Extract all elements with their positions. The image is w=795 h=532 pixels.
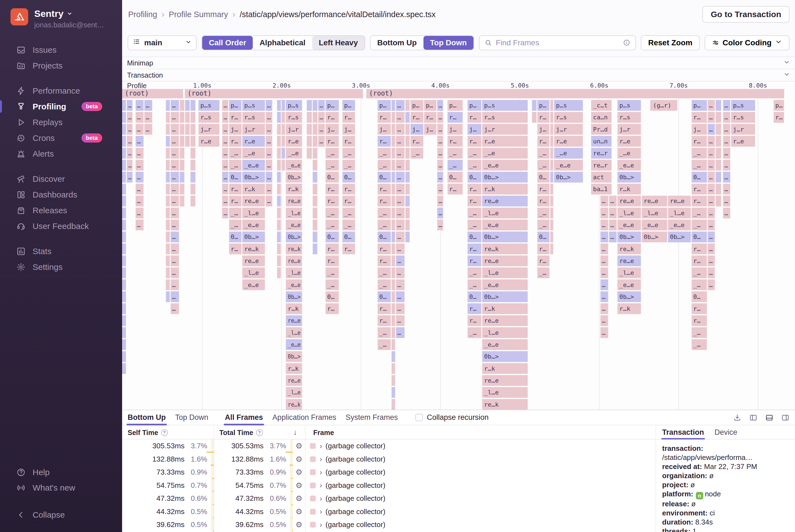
total-time-meter <box>290 479 293 492</box>
sidebar-item-releases[interactable]: Releases <box>0 203 122 218</box>
find-frames-search[interactable] <box>479 35 636 50</box>
chevron-down-icon[interactable] <box>783 59 790 67</box>
sidebar-item-settings[interactable]: Settings <box>0 259 122 275</box>
sidebar-item-projects[interactable]: Projects <box>0 58 122 74</box>
tab-application-frames[interactable]: Application Frames <box>272 410 336 425</box>
self-time-meter <box>211 466 214 479</box>
gear-icon[interactable]: ⚙ <box>293 441 305 451</box>
sidebar-footer: HelpWhat's newCollapse <box>0 464 122 522</box>
total-time-header[interactable]: Total Time? <box>219 429 263 437</box>
sidebar-item-discover[interactable]: Discover <box>0 171 122 187</box>
tab-system-frames[interactable]: System Frames <box>345 410 398 425</box>
minimap-row[interactable]: Minimap <box>122 57 795 69</box>
search-input[interactable] <box>496 38 619 47</box>
total-time-cell: 44.32ms0.5%⚙ <box>214 505 305 518</box>
sidebar-item-profiling[interactable]: Profilingbeta <box>0 99 122 114</box>
sidebar-item-dashboards[interactable]: Dashboards <box>0 187 122 203</box>
stats-icon <box>16 246 26 256</box>
breadcrumb-item[interactable]: Profiling <box>128 10 157 19</box>
self-time-meter <box>211 439 214 453</box>
segment-alphabetical[interactable]: Alphabetical <box>253 36 312 50</box>
total-time-cell: 73.33ms0.9%⚙ <box>214 466 305 479</box>
org-switcher[interactable]: Sentry jonas.badalic@sent… <box>0 0 122 35</box>
self-time-header[interactable]: Self Time? <box>128 429 168 437</box>
self-time-meter <box>211 518 214 531</box>
layout-left-icon[interactable] <box>749 414 757 422</box>
sidebar-item-user-feedback[interactable]: User Feedback <box>0 218 122 234</box>
sidebar-item-label: Collapse <box>33 510 65 519</box>
gear-icon[interactable]: ⚙ <box>293 455 305 464</box>
self-time-cell: 54.75ms0.7% <box>122 479 214 492</box>
total-time-cell: 39.62ms0.5%⚙ <box>214 518 305 531</box>
frame-header[interactable]: Frame <box>313 429 334 437</box>
sidebar-item-alerts[interactable]: Alerts <box>0 146 122 162</box>
details-tab-device[interactable]: Device <box>715 428 738 439</box>
frame-color-swatch <box>310 496 316 501</box>
time-tick: 5.00s <box>511 82 529 89</box>
expand-chevron-icon[interactable]: › <box>320 468 322 477</box>
segment-left-heavy[interactable]: Left Heavy <box>312 36 365 50</box>
sidebar-item-stats[interactable]: Stats <box>0 243 122 259</box>
transaction-label: Transaction <box>127 71 163 79</box>
download-icon[interactable] <box>733 414 741 422</box>
layout-bottom-icon[interactable] <box>765 414 773 422</box>
tab-all-frames[interactable]: All Frames <box>225 410 263 425</box>
gear-icon[interactable]: ⚙ <box>293 520 305 529</box>
sorting-segmented-control: Call OrderAlphabeticalLeft Heavy <box>202 35 365 50</box>
sidebar-item-issues[interactable]: Issues <box>0 42 122 58</box>
time-tick: 2.00s <box>273 82 291 89</box>
breadcrumb-item[interactable]: Profile Summary <box>169 10 228 19</box>
time-tick: 8.00s <box>749 82 767 89</box>
sidebar-item-performance[interactable]: Performance <box>0 83 122 99</box>
expand-chevron-icon[interactable]: › <box>320 455 322 463</box>
sidebar-item-replays[interactable]: Replays <box>0 114 122 130</box>
sort-desc-icon[interactable]: ↓ <box>294 428 297 437</box>
gear-icon[interactable]: ⚙ <box>293 494 305 503</box>
alerts-icon <box>16 149 26 159</box>
transaction-row[interactable]: Transaction <box>122 69 795 81</box>
color-coding-button[interactable]: Color Coding <box>705 35 790 50</box>
color-coding-label: Color Coding <box>723 38 772 47</box>
go-to-transaction-button[interactable]: Go to Transaction <box>702 6 790 23</box>
detail-threads: threads: 1 <box>662 527 790 532</box>
segment-bottom-up[interactable]: Bottom Up <box>371 36 423 50</box>
breadcrumb-item: /static/app/views/performance/vitalDetai… <box>240 10 436 19</box>
info-icon <box>623 39 630 46</box>
expand-chevron-icon[interactable]: › <box>320 507 322 516</box>
segment-call-order[interactable]: Call Order <box>202 36 253 50</box>
self-time-cell: 39.62ms0.5% <box>122 518 214 531</box>
chevron-down-icon[interactable] <box>783 71 790 79</box>
releases-icon <box>16 206 26 215</box>
gear-icon[interactable]: ⚙ <box>293 468 305 477</box>
expand-chevron-icon[interactable]: › <box>320 442 322 451</box>
projects-icon <box>16 61 26 71</box>
details-tab-transaction[interactable]: Transaction <box>662 428 704 439</box>
collapse-recursion-checkbox[interactable]: Collapse recursion <box>415 413 489 422</box>
details-fields: transaction: /static/app/views/performa…… <box>656 439 795 532</box>
segment-top-down[interactable]: Top Down <box>423 36 473 50</box>
checkbox-icon[interactable] <box>415 414 423 421</box>
help-circle-icon: ? <box>256 429 263 436</box>
expand-chevron-icon[interactable]: › <box>320 481 322 490</box>
layout-right-icon[interactable] <box>781 414 790 422</box>
detail-transaction: transaction: /static/app/views/performa… <box>662 444 790 462</box>
expand-chevron-icon[interactable]: › <box>320 494 322 503</box>
sidebar-item-collapse[interactable]: Collapse <box>0 507 122 522</box>
gear-icon[interactable]: ⚙ <box>293 507 305 516</box>
tab-top-down[interactable]: Top Down <box>175 410 208 425</box>
sidebar-item-help[interactable]: Help <box>0 464 122 480</box>
thread-select[interactable]: main <box>128 35 197 50</box>
reset-zoom-button[interactable]: Reset Zoom <box>641 35 699 50</box>
sidebar-item-what-s-new[interactable]: What's new <box>0 480 122 496</box>
detail-received-at: received at: Mar 22, 7:37 PM <box>662 462 790 471</box>
total-time-cell: 305.53ms3.7%⚙ <box>214 439 305 453</box>
time-tick: 4.00s <box>431 82 450 89</box>
total-time-meter <box>290 492 293 505</box>
flamegraph[interactable] <box>122 89 795 410</box>
total-time-meter <box>290 453 293 466</box>
tab-bottom-up[interactable]: Bottom Up <box>128 410 166 425</box>
gear-icon[interactable]: ⚙ <box>293 481 305 490</box>
expand-chevron-icon[interactable]: › <box>320 520 322 529</box>
sidebar-item-crons[interactable]: Cronsbeta <box>0 130 122 146</box>
frame-color-swatch <box>310 482 316 488</box>
